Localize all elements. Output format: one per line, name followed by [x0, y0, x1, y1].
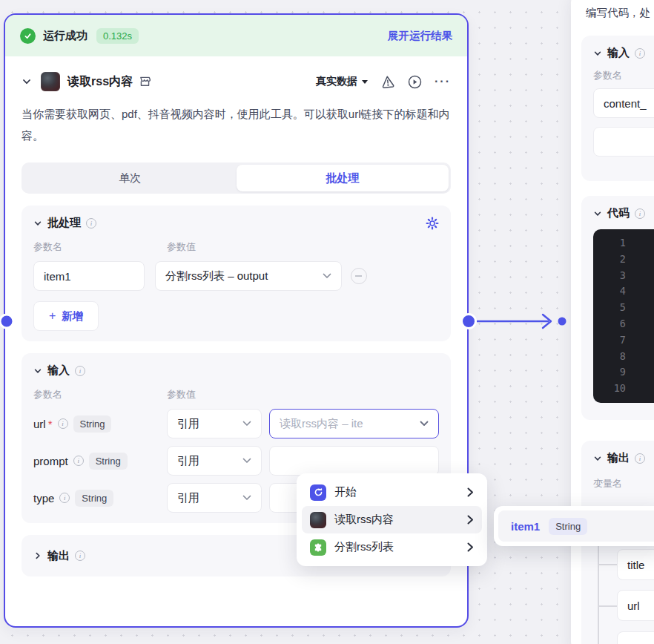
code-param-name-value: content_ — [604, 97, 647, 110]
reference-select-open[interactable]: 读取rss内容 – ite — [269, 409, 439, 438]
chevron-down-icon — [242, 421, 251, 427]
batch-param-name-input[interactable]: item1 — [33, 261, 145, 291]
mode-tabs: 单次 批处理 — [22, 162, 451, 194]
line-number: 8 — [593, 349, 626, 365]
code-editor[interactable]: 1 2 3 4 5 6 7 8 9 10 — [593, 229, 654, 403]
collapse-chevron-icon[interactable] — [593, 49, 602, 58]
param-row-url: url* i String 引用 读取rss内容 – ite — [33, 409, 439, 438]
output-field-title[interactable]: title — [617, 549, 654, 580]
split-node-icon — [310, 539, 326, 556]
chevron-down-icon — [323, 273, 331, 279]
type-tag: String — [89, 453, 128, 470]
tree-connector-stub — [598, 605, 618, 607]
method-value: 引用 — [177, 491, 199, 505]
code-editor-section: 代码 i 1 2 3 4 5 6 7 8 9 10 — [581, 196, 654, 420]
output-field-value: url — [627, 599, 640, 612]
column-label-param-value: 参数值 — [167, 240, 196, 254]
info-icon: i — [635, 208, 645, 219]
output-expand-chevron-icon[interactable] — [33, 551, 42, 560]
batch-settings-gear-icon[interactable] — [426, 217, 439, 230]
info-icon: i — [635, 453, 645, 464]
code-input-section: 输入 i 参数名 content_ + 新增 — [581, 36, 654, 181]
batch-param-name-value: item1 — [44, 270, 71, 283]
run-status-text: 运行成功 — [43, 29, 87, 43]
node-title: 读取rss内容 — [67, 74, 133, 90]
workflow-canvas: 运行成功 0.132s 展开运行结果 读取rss内容 真实数据 — [0, 0, 654, 644]
collapse-chevron-icon[interactable] — [593, 209, 602, 218]
info-icon: i — [59, 493, 70, 503]
method-select[interactable]: 引用 — [167, 446, 262, 476]
chevron-down-icon — [420, 421, 429, 427]
input-collapse-chevron-icon[interactable] — [33, 367, 42, 375]
required-asterisk: * — [48, 418, 53, 430]
expand-run-result-link[interactable]: 展开运行结果 — [388, 29, 452, 43]
method-select[interactable]: 引用 — [167, 409, 262, 438]
line-number: 10 — [593, 381, 626, 397]
tab-single[interactable]: 单次 — [24, 165, 237, 191]
more-menu-icon[interactable]: ··· — [435, 75, 451, 88]
type-tag: String — [73, 415, 112, 433]
line-number: 2 — [593, 252, 626, 268]
chevron-right-icon — [467, 515, 474, 525]
output-field-url[interactable]: url — [617, 590, 654, 621]
collapse-chevron-icon[interactable] — [22, 76, 32, 87]
data-mode-label: 真实数据 — [316, 75, 357, 88]
info-icon: i — [75, 366, 85, 376]
section-title: 代码 — [607, 206, 630, 220]
method-select[interactable]: 引用 — [167, 483, 262, 513]
menu-item-split[interactable]: 分割rss列表 — [302, 533, 482, 561]
menu-item-label: 开始 — [334, 485, 459, 499]
line-number: 6 — [593, 316, 626, 332]
tree-connector-stub — [598, 564, 618, 565]
batch-section: 批处理 i 参数名 参数值 — [22, 206, 451, 341]
code-param-name-input[interactable]: content_ — [593, 88, 654, 118]
collapse-chevron-icon[interactable] — [593, 454, 602, 463]
line-number: 7 — [593, 332, 626, 349]
output-field-value: title — [627, 559, 644, 571]
info-icon: i — [75, 551, 85, 561]
plus-icon: + — [49, 309, 56, 323]
variable-submenu: item1 String — [494, 506, 654, 546]
column-label-var-name: 变量名 — [593, 477, 622, 490]
info-icon: i — [635, 48, 645, 59]
param-name: type — [33, 492, 54, 505]
reference-placeholder: 读取rss内容 – ite — [280, 417, 415, 431]
reference-select[interactable] — [269, 446, 439, 476]
batch-collapse-chevron-icon[interactable] — [33, 219, 42, 228]
output-field-partial[interactable] — [617, 631, 654, 644]
chevron-down-icon — [242, 458, 251, 464]
tab-batch[interactable]: 批处理 — [237, 165, 449, 191]
menu-item-rss[interactable]: 读取rss内容 — [302, 506, 482, 533]
edge-arrowhead — [543, 315, 551, 328]
menu-item-label: 读取rss内容 — [334, 513, 459, 527]
column-label-param-value: 参数值 — [167, 388, 196, 401]
data-mode-dropdown[interactable]: 真实数据 — [316, 75, 368, 88]
param-name: url — [33, 418, 46, 430]
code-node-panel: 编写代码，处 输入 i 参数名 content_ + 新增 — [571, 0, 654, 644]
method-value: 引用 — [177, 454, 199, 468]
menu-item-label: 分割rss列表 — [334, 540, 459, 554]
batch-param-value-select[interactable]: 分割rss列表 – output — [155, 261, 342, 291]
panel-input-port[interactable] — [558, 318, 567, 326]
menu-item-start[interactable]: 开始 — [302, 479, 482, 506]
chevron-right-icon — [467, 542, 474, 552]
param-row-prompt: prompt i String 引用 — [33, 446, 439, 476]
batch-add-button[interactable]: + 新增 — [33, 301, 99, 331]
param-name: prompt — [33, 455, 68, 467]
run-play-icon[interactable] — [408, 75, 422, 89]
line-number: 3 — [593, 268, 626, 284]
batch-param-value-text: 分割rss列表 – output — [165, 269, 268, 283]
node-reference-dropdown: 开始 读取rss内容 分割rss列表 — [297, 473, 487, 566]
code-node-description: 编写代码，处 — [586, 6, 650, 20]
line-number: 5 — [593, 300, 626, 316]
start-node-icon — [310, 484, 326, 501]
chevron-right-icon — [467, 487, 474, 497]
column-label-param-name: 参数名 — [33, 240, 167, 254]
test-warning-icon[interactable] — [380, 74, 396, 90]
input-section-title: 输入 — [47, 364, 70, 378]
node-avatar — [41, 72, 60, 91]
remove-row-icon[interactable] — [351, 268, 367, 284]
success-check-icon — [20, 28, 36, 44]
code-add-button[interactable]: + 新增 — [593, 127, 654, 157]
submenu-item-item1[interactable]: item1 String — [498, 510, 654, 542]
